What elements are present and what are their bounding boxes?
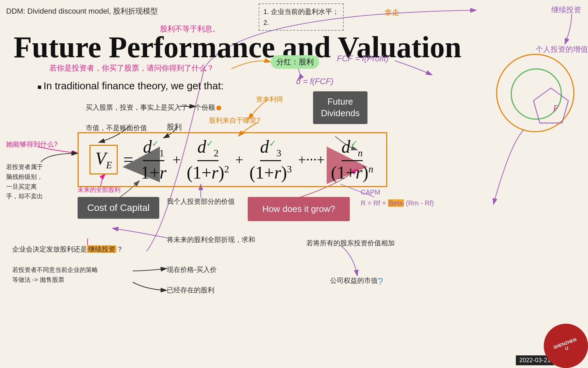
trad-finance-text: In traditional finance theory, we get th…: [37, 80, 224, 92]
inner-circle: F: [511, 68, 562, 120]
svg-text:?: ?: [378, 276, 383, 287]
jianglai-label: 将未来的股利全部折现，求和: [167, 235, 255, 244]
yijing-label: 已经存在的股利: [167, 286, 214, 295]
svg-marker-8: [534, 88, 569, 123]
numbered-box-line1: 1. 企业当前的盈利水平；: [263, 6, 339, 17]
how-grow-box: How does it grow?: [248, 197, 350, 221]
future-dividends-box: FutureDividends: [313, 91, 368, 124]
svg-text:F: F: [553, 103, 559, 113]
fraction-3: d✓3 (1+r)3: [249, 137, 292, 183]
fraction-2: d✓2 (1+r)2: [187, 137, 229, 183]
weilai-label: 未来的全部股利: [78, 186, 120, 194]
mairu-label: 买入股票，投资，事实上是买入了一个份额: [86, 103, 221, 112]
geren-touzi-label: 个人投资的增值: [536, 44, 588, 55]
fraction-n: d✓n (1+r)n: [331, 137, 373, 183]
fraction-1: d✓1 1+r: [141, 137, 167, 183]
ve-term: VE: [89, 145, 118, 174]
ruojiang-label: 若将所有的股东投资价值相加: [306, 239, 395, 248]
numbered-box-line2: 2.: [263, 17, 339, 28]
guli-from-label: 股利来自于哪里?: [209, 116, 260, 125]
ruotz2-label: 若投资者不同意当前企业的策略等做法 -> 抛售股票: [12, 265, 98, 285]
wogeren-label: 我个人投资部分的价值: [167, 197, 235, 206]
qiye-label: 企业会决定发放股利还是继续投资？: [12, 245, 123, 254]
formula-box: VE = d✓1 1+r + d✓2 (1+r)2 + d✓3 (1+r)3 +…: [78, 132, 387, 187]
guli-label-formula: 股利: [167, 122, 182, 132]
fenhong-bubble: 分红：股利: [271, 55, 319, 69]
d-fcf-label: d = f(FCF): [296, 77, 333, 86]
numbered-box: 1. 企业当前的盈利水平； 2.: [259, 3, 344, 31]
ziben-lide-label: 资本利得: [256, 95, 283, 104]
fcf-label: FCF = f(Profit): [337, 54, 389, 63]
ruotz-label: 若投资者属于脑残粉级别，一旦买定离手，却不卖出: [6, 162, 43, 201]
gongsi-label: 公司权益的市值: [330, 276, 378, 285]
shizhi-label: 市值，不是账面价值: [86, 123, 147, 133]
ddm-label: DDM: Dividend discount model, 股利折现模型: [6, 6, 158, 16]
xianzai-label: 现在价格-买入价: [167, 265, 217, 274]
nazou-label: 拿走: [385, 7, 399, 18]
cost-capital-box: Cost of Capital: [78, 197, 159, 219]
logo-circle: SHENZHENU: [544, 324, 588, 368]
outer-circle: F: [496, 54, 574, 132]
equals-sign: =: [123, 150, 133, 170]
jixu-touzi-label: 继续投资: [551, 5, 581, 15]
capm-label: CAPMR = Rf + Beta (Rm - Rf): [361, 187, 434, 209]
ta-label: 她能够得到什么?: [6, 140, 58, 149]
main-title: Future Performance and Valuation: [14, 30, 461, 64]
ruoni-label: 若你是投资者，你买了股票，请问你得到了什么？: [49, 63, 214, 73]
